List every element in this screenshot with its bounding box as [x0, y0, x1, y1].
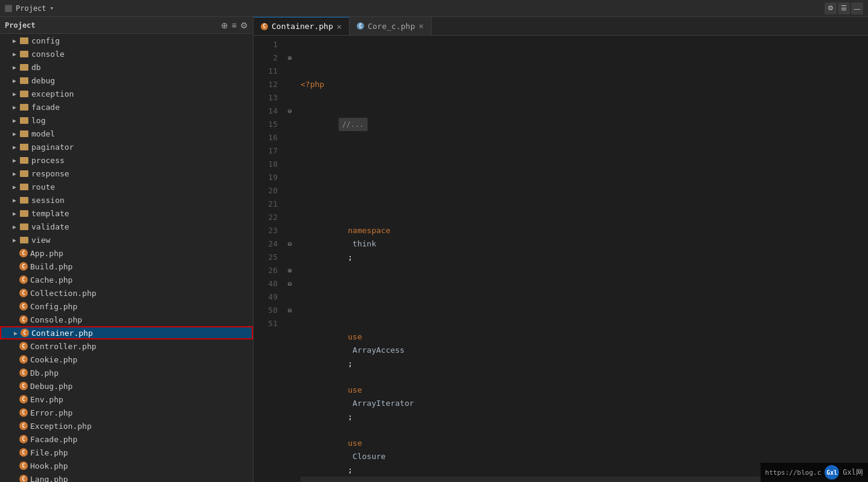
file-console-php[interactable]: C Console.php — [0, 313, 253, 326]
file-label: Lang.php — [30, 475, 253, 483]
folder-debug[interactable]: ▶ debug — [0, 74, 253, 87]
folder-process[interactable]: ▶ process — [0, 153, 253, 167]
gear-icon[interactable]: ⚙ — [240, 21, 248, 30]
folder-icon — [19, 236, 29, 244]
file-error-php[interactable]: C Error.php — [0, 406, 253, 419]
file-label: Debug.php — [30, 382, 253, 391]
new-file-icon[interactable]: ⊕ — [221, 21, 228, 30]
file-c-icon: C — [19, 342, 28, 350]
folder-icon — [19, 143, 29, 151]
settings-icon[interactable]: ⚙ — [825, 2, 837, 14]
line-num-1: 1 — [254, 38, 278, 51]
code-line-1: <?php — [301, 78, 868, 91]
folder-paginator[interactable]: ▶ paginator — [0, 140, 253, 153]
file-build-php[interactable]: C Build.php — [0, 260, 253, 273]
file-db-php[interactable]: C Db.php — [0, 366, 253, 379]
line-num-22: 22 — [254, 211, 278, 224]
project-dropdown-icon[interactable]: ▾ — [50, 4, 54, 12]
folder-view[interactable]: ▶ view — [0, 233, 253, 246]
file-hook-php[interactable]: C Hook.php — [0, 459, 253, 472]
file-label: Build.php — [30, 262, 253, 271]
file-label: File.php — [30, 448, 253, 457]
file-cache-php[interactable]: C Cache.php — [0, 273, 253, 286]
line-num-48: 48 — [254, 277, 278, 291]
fold-icon-50[interactable]: ⊖ — [287, 306, 292, 315]
gutter-22 — [284, 211, 296, 224]
minimize-button[interactable]: — — [851, 2, 863, 14]
gutter-2[interactable]: ⊕ — [284, 51, 296, 65]
folder-arrow: ▶ — [10, 51, 19, 57]
folder-validate[interactable]: ▶ validate — [0, 220, 253, 233]
tab-file-icon: C — [357, 22, 364, 30]
tab-bar: C Container.php × C Core_c.php × — [254, 17, 868, 36]
layout-icon[interactable]: ☰ — [838, 2, 850, 14]
folder-db[interactable]: ▶ db — [0, 60, 253, 74]
main-layout: Project ⊕ ≡ ⚙ ▶ config ▶ console ▶ — [0, 17, 868, 482]
code-content[interactable]: <?php //... namespace think ; use — [296, 36, 868, 482]
file-cookie-php[interactable]: C Cookie.php — [0, 353, 253, 366]
tab-container-php[interactable]: C Container.php × — [254, 17, 349, 35]
file-c-icon: C — [19, 395, 28, 403]
php-open-tag: <?php — [301, 80, 324, 89]
folder-arrow: ▶ — [10, 237, 19, 243]
file-config-php[interactable]: C Config.php — [0, 300, 253, 313]
gutter-14[interactable]: ⊖ — [284, 104, 296, 118]
fold-icon-26[interactable]: ⊕ — [287, 266, 292, 275]
file-label: Exception.php — [30, 422, 253, 431]
file-lang-php[interactable]: C Lang.php — [0, 472, 253, 482]
folder-session[interactable]: ▶ session — [0, 193, 253, 207]
folder-model[interactable]: ▶ model — [0, 127, 253, 140]
file-facade-php[interactable]: C Facade.php — [0, 432, 253, 446]
folder-console[interactable]: ▶ console — [0, 47, 253, 60]
tab-core-c-php[interactable]: C Core_c.php × — [349, 17, 432, 35]
file-c-icon: C — [19, 289, 28, 297]
file-c-icon: C — [19, 302, 28, 310]
watermark-site: Gxl网 — [843, 468, 863, 478]
file-file-php[interactable]: C File.php — [0, 446, 253, 459]
file-app-php[interactable]: C App.php — [0, 246, 253, 260]
fold-icon-14[interactable]: ⊖ — [287, 107, 292, 115]
file-c-icon: C — [19, 262, 28, 271]
file-container-php[interactable]: ▶ C Container.php — [0, 326, 253, 339]
file-env-php[interactable]: C Env.php — [0, 393, 253, 406]
file-debug-php[interactable]: C Debug.php — [0, 379, 253, 393]
gutter-21 — [284, 198, 296, 211]
gutter-50[interactable]: ⊖ — [284, 304, 296, 317]
code-editor[interactable]: 1 2 11 12 13 14 15 16 17 18 19 20 21 22 … — [254, 36, 868, 482]
sidebar-file-tree: ▶ config ▶ console ▶ db ▶ debug ▶ — [0, 34, 253, 482]
folder-arrow: ▶ — [10, 117, 19, 124]
folder-config[interactable]: ▶ config — [0, 34, 253, 47]
folder-label: model — [31, 129, 253, 138]
line-num-12: 12 — [254, 78, 278, 91]
folder-arrow: ▶ — [10, 104, 19, 111]
semicolon: ; — [348, 412, 353, 421]
tab-close-btn[interactable]: × — [418, 22, 423, 30]
gutter-24[interactable]: ⊖ — [284, 237, 296, 251]
file-controller-php[interactable]: C Controller.php — [0, 339, 253, 353]
fold-icon-24[interactable]: ⊖ — [287, 240, 292, 248]
folder-exception[interactable]: ▶ exception — [0, 87, 253, 100]
folder-response[interactable]: ▶ response — [0, 167, 253, 180]
gutter-26[interactable]: ⊕ — [284, 264, 296, 277]
code-line-11 — [301, 158, 868, 171]
line-num-17: 17 — [254, 144, 278, 158]
folder-route[interactable]: ▶ route — [0, 180, 253, 193]
folder-template[interactable]: ▶ template — [0, 207, 253, 220]
collapse-icon[interactable]: ≡ — [232, 21, 237, 30]
fold-icon-2[interactable]: ⊕ — [287, 54, 292, 62]
watermark-url: https://blog.c — [765, 469, 822, 477]
fold-icon-48[interactable]: ⊖ — [287, 280, 292, 288]
folder-facade[interactable]: ▶ facade — [0, 100, 253, 114]
file-exception-php[interactable]: C Exception.php — [0, 419, 253, 432]
namespace-name: think — [348, 239, 376, 248]
file-collection-php[interactable]: C Collection.php — [0, 286, 253, 300]
sidebar-actions: ⊕ ≡ ⚙ — [221, 21, 248, 30]
folder-log[interactable]: ▶ log — [0, 114, 253, 127]
semicolon: ; — [348, 252, 353, 262]
tab-close-btn[interactable]: × — [337, 22, 342, 31]
gutter-48[interactable]: ⊖ — [284, 277, 296, 291]
gutter-20 — [284, 184, 296, 198]
gutter-15 — [284, 118, 296, 131]
folder-label: paginator — [31, 143, 253, 152]
watermark-logo: Gxl — [825, 465, 839, 480]
